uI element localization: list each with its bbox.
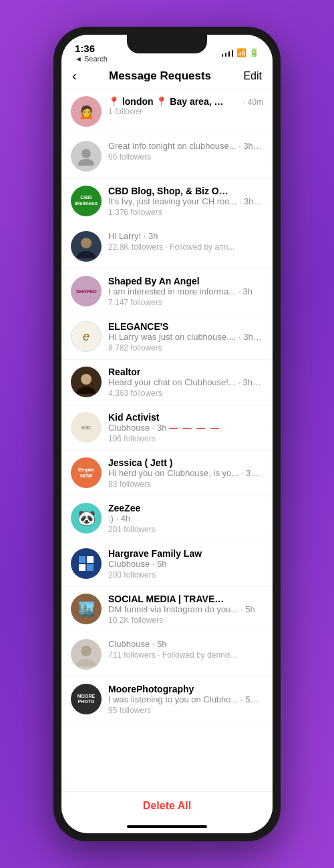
sender-name: CBD Blog, Shop, & Biz Opp	[108, 186, 228, 196]
message-content: CBD Blog, Shop, & Biz OppIt's Ivy, just …	[108, 186, 263, 217]
status-time: 1:36	[75, 43, 108, 54]
followers-count: 711 followers · Followed by dennis...	[108, 650, 263, 660]
message-preview: I was listening to you on Clubho... · 5h…	[108, 694, 263, 704]
home-bar	[127, 825, 207, 828]
message-content: Clubhouse · 5h711 followers · Followed b…	[108, 639, 263, 660]
status-back: ◄ Search	[75, 55, 108, 63]
message-content: SOCIAL MEDIA | TRAVEL | INSPODM funnel v…	[108, 594, 263, 625]
sender-name: 📍 london 📍 Bay area, Carrie Able,...	[108, 96, 228, 107]
message-preview: Heard your chat on Clubhouse!... · 3h — …	[108, 377, 263, 387]
wifi-icon: 📶	[236, 48, 246, 57]
followers-count: 4,363 followers	[108, 389, 263, 398]
message-preview: Clubhouse · 3h — — — —	[108, 423, 263, 433]
list-item[interactable]: SHAPEDShaped By An AngelI am interested …	[61, 269, 273, 314]
list-item[interactable]: CBDWellnessCBD Blog, Shop, & Biz OppIt's…	[61, 179, 273, 224]
list-item[interactable]: Hi Larry! · 3h22.8K followers · Followed…	[61, 224, 273, 269]
list-item[interactable]: 🙍📍 london 📍 Bay area, Carrie Able,...· 4…	[61, 89, 273, 134]
message-content: RealtorHeard your chat on Clubhouse!... …	[108, 367, 263, 398]
followers-count: 66 followers	[108, 152, 263, 162]
sender-name: ZeeZee	[108, 503, 228, 513]
phone-frame: 1:36 ◄ Search 📶 🔋 ‹ Message Requests Edi…	[53, 27, 281, 841]
svg-rect-7	[87, 556, 94, 563]
svg-point-0	[81, 149, 91, 158]
sender-name: MoorePhotography	[108, 684, 228, 694]
sender-name: Jessica ( Jett )	[108, 457, 228, 468]
svg-point-1	[78, 159, 94, 166]
signal-icon	[221, 49, 234, 57]
messages-list: 🙍📍 london 📍 Bay area, Carrie Able,...· 4…	[61, 89, 273, 791]
battery-icon: 🔋	[249, 48, 259, 57]
list-item[interactable]: MOOREPHOTOMoorePhotographyI was listenin…	[61, 677, 273, 722]
message-preview: Hi Larry! · 3h	[108, 231, 263, 241]
message-preview: I am interested in more informa... · 3h	[108, 286, 263, 296]
notch	[127, 35, 207, 53]
followers-count: 1 follower	[108, 107, 263, 116]
svg-point-2	[81, 238, 92, 248]
message-content: MoorePhotographyI was listening to you o…	[108, 684, 263, 715]
message-preview: Great info tonight on clubhouse... · 3h …	[108, 141, 263, 151]
avatar	[71, 231, 102, 262]
sender-name: ELEGANCE'S	[108, 321, 228, 332]
followers-count: 10.2K followers	[108, 616, 263, 625]
followers-count: 8,782 followers	[108, 343, 263, 353]
sender-name: Shaped By An Angel	[108, 276, 228, 286]
message-content: Great info tonight on clubhouse... · 3h …	[108, 141, 263, 162]
sender-name: Kid Activist	[108, 412, 228, 423]
svg-point-4	[81, 374, 92, 385]
message-preview: Clubhouse · 5h	[108, 639, 263, 649]
followers-count: 1,376 followers	[108, 208, 263, 217]
list-item[interactable]: Clubhouse · 5h711 followers · Followed b…	[61, 632, 273, 677]
message-preview: It's Ivy, just leaving your CH roo... · …	[108, 196, 263, 206]
svg-point-11	[77, 659, 96, 666]
avatar: 🐼	[71, 503, 102, 533]
svg-rect-8	[79, 564, 86, 571]
avatar: MOOREPHOTO	[71, 684, 102, 714]
avatar: CBDWellness	[71, 186, 102, 216]
list-item[interactable]: KIDKid ActivistClubhouse · 3h — — — —196…	[61, 405, 273, 451]
followers-count: 83 followers	[108, 479, 263, 489]
avatar: EmpireNOW	[71, 457, 102, 488]
message-preview: DM funnel via Instagram do you... · 5h	[108, 604, 263, 614]
nav-title: Message Requests	[109, 69, 211, 83]
message-content: Jessica ( Jett )Hi herd you on Clubhouse…	[108, 457, 263, 489]
message-content: ELEGANCE'SHi Larry was just on clubhouse…	[108, 321, 263, 353]
message-content: Hi Larry! · 3h22.8K followers · Followed…	[108, 231, 263, 252]
list-item[interactable]: eELEGANCE'SHi Larry was just on clubhous…	[61, 314, 273, 360]
status-icons: 📶 🔋	[221, 48, 259, 57]
avatar	[71, 141, 102, 172]
avatar: 🏙️	[71, 594, 102, 624]
list-item[interactable]: 🐼ZeeZee:) · 4h201 followers	[61, 496, 273, 541]
list-item[interactable]: RealtorHeard your chat on Clubhouse!... …	[61, 360, 273, 405]
avatar	[71, 367, 102, 397]
svg-point-3	[77, 251, 96, 258]
message-content: Hargrave Family LawClubhouse · 5h200 fol…	[108, 548, 263, 580]
list-item[interactable]: Great info tonight on clubhouse... · 3h …	[61, 134, 273, 179]
sender-name: Realtor	[108, 367, 228, 377]
list-item[interactable]: Hargrave Family LawClubhouse · 5h200 fol…	[61, 541, 273, 587]
message-content: Shaped By An AngelI am interested in mor…	[108, 276, 263, 307]
followers-count: 95 followers	[108, 706, 263, 715]
list-item[interactable]: 🏙️SOCIAL MEDIA | TRAVEL | INSPODM funnel…	[61, 587, 273, 632]
svg-rect-9	[87, 564, 94, 571]
followers-count: 22.8K followers · Followed by ann...	[108, 242, 263, 252]
followers-count: 7,147 followers	[108, 298, 263, 307]
delete-all-button[interactable]: Delete All	[143, 800, 191, 812]
avatar	[71, 639, 102, 670]
back-button[interactable]: ‹	[72, 68, 77, 83]
avatar: e	[71, 321, 102, 352]
avatar: 🙍	[71, 96, 102, 127]
message-preview: Hi Larry was just on clubhouse.... · 3h …	[108, 332, 263, 342]
edit-button[interactable]: Edit	[243, 70, 262, 82]
message-content: Kid ActivistClubhouse · 3h — — — —196 fo…	[108, 412, 263, 443]
message-preview: :) · 4h	[108, 513, 263, 523]
avatar: KID	[71, 412, 102, 443]
message-preview: Hi herd you on Clubhouse, is yo... · 3h …	[108, 468, 263, 478]
delete-all-bar: Delete All	[61, 791, 273, 820]
phone-screen: 1:36 ◄ Search 📶 🔋 ‹ Message Requests Edi…	[61, 35, 273, 833]
message-content: ZeeZee:) · 4h201 followers	[108, 503, 263, 534]
sender-name: SOCIAL MEDIA | TRAVEL | INSPO	[108, 594, 228, 604]
svg-point-5	[77, 387, 96, 394]
list-item[interactable]: EmpireNOWJessica ( Jett )Hi herd you on …	[61, 451, 273, 496]
message-preview: Clubhouse · 5h	[108, 559, 263, 569]
message-time: · 40m	[243, 97, 263, 107]
